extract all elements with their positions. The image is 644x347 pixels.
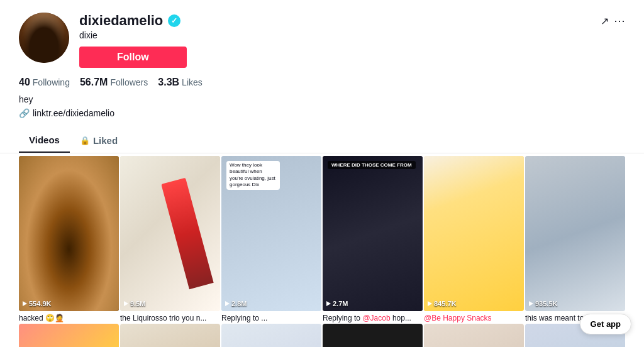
tab-liked-label: Liked — [93, 135, 118, 146]
following-count: 40 — [19, 77, 30, 88]
following-label: Following — [33, 77, 70, 87]
tab-liked[interactable]: 🔒 Liked — [70, 128, 128, 153]
video-card-4[interactable]: WHERE DID THOSE COME FROM 2.7M Replying … — [323, 156, 423, 322]
follow-button[interactable]: Follow — [79, 47, 187, 68]
play-count-5: 845.7K — [434, 300, 456, 307]
link-icon: 🔗 — [19, 108, 30, 118]
likes-label: Likes — [182, 77, 203, 87]
video-card-5[interactable]: 845.7K @Be Happy Snacks — [424, 156, 524, 322]
get-app-button[interactable]: Get app — [580, 314, 631, 334]
tab-videos-label: Videos — [29, 135, 60, 145]
play-count-1: 554.9K — [29, 300, 51, 307]
following-stat: 40 Following — [19, 77, 70, 88]
display-name: dixie — [79, 30, 625, 40]
share-icon[interactable]: ↗ — [601, 15, 609, 27]
video-caption-2: the Liquirosso trio you n... — [120, 314, 220, 322]
video-card-8[interactable] — [120, 324, 220, 347]
avatar — [19, 13, 69, 63]
lock-icon: 🔒 — [80, 136, 90, 145]
followers-label: Followers — [110, 77, 148, 87]
videos-grid: 554.9K hacked 🙄🤦 9.5M the Liquirosso tri… — [0, 155, 644, 347]
play-count-3: 2.8M — [231, 300, 247, 307]
play-count-2: 9.5M — [130, 300, 145, 307]
followers-count: 56.7M — [80, 77, 108, 88]
video-card-2[interactable]: 9.5M the Liquirosso trio you n... — [120, 156, 220, 322]
profile-link[interactable]: linktr.ee/dixiedamelio — [33, 108, 114, 118]
followers-stat: 56.7M Followers — [80, 77, 148, 88]
video-card-7[interactable] — [19, 324, 119, 347]
play-count-6: 935.5K — [535, 300, 557, 307]
video-caption-5: @Be Happy Snacks — [424, 314, 524, 322]
username: dixiedamelio — [79, 13, 163, 29]
video-caption-4: Replying to @Jacob hop... — [323, 314, 423, 322]
tab-videos[interactable]: Videos — [19, 128, 70, 153]
video-card-10[interactable] — [323, 324, 423, 347]
video-caption-1: hacked 🙄🤦 — [19, 314, 119, 322]
top-banner-4: WHERE DID THOSE COME FROM — [328, 161, 416, 169]
video-card-3[interactable]: Wow they look beautiful when you're ovul… — [221, 156, 321, 322]
play-count-4: 2.7M — [333, 300, 348, 307]
video-card-1[interactable]: 554.9K hacked 🙄🤦 — [19, 156, 119, 322]
video-card-6[interactable]: 935.5K this was meant to be sp... — [525, 156, 625, 322]
likes-stat: 3.3B Likes — [158, 77, 202, 88]
comment-badge-3: Wow they look beautiful when you're ovul… — [226, 161, 280, 190]
likes-count: 3.3B — [158, 77, 179, 88]
video-card-11[interactable] — [424, 324, 524, 347]
video-caption-3: Replying to ... — [221, 314, 321, 322]
more-options-icon[interactable]: ⋯ — [614, 14, 625, 28]
bio: hey — [19, 94, 625, 104]
verified-badge — [168, 14, 180, 27]
video-card-9[interactable] — [221, 324, 321, 347]
